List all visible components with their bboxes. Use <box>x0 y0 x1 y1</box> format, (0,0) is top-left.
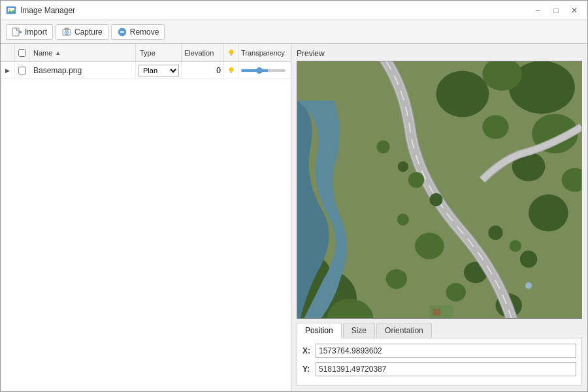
th-type-label: Type <box>140 49 155 57</box>
y-field-row: Y: <box>302 362 576 376</box>
svg-point-41 <box>520 251 537 268</box>
aerial-map-svg <box>297 61 581 318</box>
svg-point-24 <box>529 195 568 232</box>
svg-point-38 <box>397 214 409 225</box>
x-field-row: X: <box>302 344 576 358</box>
tab-size[interactable]: Size <box>343 323 375 338</box>
th-name: Name ▲ <box>29 44 136 61</box>
remove-icon <box>117 27 127 37</box>
row-checkbox-cell <box>15 62 29 78</box>
svg-point-14 <box>229 67 233 72</box>
content-area: Name ▲ Type Elevation Trans <box>1 44 587 391</box>
row-type: Plan Elevation Section <box>136 62 182 78</box>
svg-point-20 <box>436 71 489 117</box>
th-transparency: Transparency <box>238 44 291 61</box>
bulb-header-icon <box>227 48 236 57</box>
svg-rect-6 <box>65 28 69 30</box>
svg-point-37 <box>429 193 442 206</box>
svg-point-31 <box>446 283 466 301</box>
transparency-slider[interactable] <box>241 69 286 72</box>
y-label: Y: <box>302 365 316 374</box>
tabs-header: Position Size Orientation <box>297 323 582 338</box>
tabs-section: Position Size Orientation X: Y: <box>297 323 582 386</box>
import-icon <box>12 27 22 37</box>
row-type-select[interactable]: Plan Elevation Section <box>139 65 179 76</box>
title-bar-left: Image Manager <box>6 5 75 16</box>
svg-rect-35 <box>433 309 440 316</box>
title-bar: Image Manager – □ ✕ <box>1 1 587 20</box>
table-body: ▶ Basemap.png Plan Elevation Section 0 <box>1 62 291 391</box>
header-checkbox[interactable] <box>18 49 26 57</box>
preview-label: Preview <box>297 49 582 58</box>
tab-position[interactable]: Position <box>297 323 342 338</box>
row-expand[interactable]: ▶ <box>1 62 15 78</box>
svg-point-44 <box>525 282 532 289</box>
x-input[interactable] <box>316 344 576 358</box>
svg-rect-3 <box>12 28 19 36</box>
title-bar-controls: – □ ✕ <box>530 4 582 17</box>
left-panel: Name ▲ Type Elevation Trans <box>1 44 291 391</box>
toolbar: Import Capture Remove <box>1 20 587 44</box>
maximize-button[interactable]: □ <box>548 4 564 17</box>
row-bulb <box>224 62 238 78</box>
th-elevation: Elevation <box>182 44 224 61</box>
close-button[interactable]: ✕ <box>566 4 582 17</box>
import-label: Import <box>25 27 47 37</box>
y-input[interactable] <box>316 362 576 376</box>
row-checkbox[interactable] <box>18 67 26 74</box>
svg-point-43 <box>398 161 408 172</box>
row-elevation: 0 <box>182 62 224 78</box>
remove-label: Remove <box>130 27 159 37</box>
app-icon <box>6 5 16 16</box>
th-checkbox <box>15 44 29 61</box>
svg-point-36 <box>408 172 424 188</box>
minimize-button[interactable]: – <box>530 4 546 17</box>
svg-point-33 <box>386 269 407 289</box>
main-window: Image Manager – □ ✕ Import <box>0 0 588 392</box>
svg-point-42 <box>376 140 389 154</box>
svg-point-11 <box>229 50 233 54</box>
th-name-label: Name <box>33 49 52 57</box>
capture-label: Capture <box>74 27 103 37</box>
tab-content-position: X: Y: <box>297 338 582 386</box>
tab-orientation[interactable]: Orientation <box>376 323 432 338</box>
svg-point-29 <box>415 233 444 259</box>
capture-button[interactable]: Capture <box>56 24 108 40</box>
table-header: Name ▲ Type Elevation Trans <box>1 44 291 62</box>
remove-button[interactable]: Remove <box>111 24 165 40</box>
capture-icon <box>61 27 72 37</box>
th-type: Type <box>136 44 182 61</box>
window-title: Image Manager <box>20 6 75 15</box>
th-expand <box>1 44 15 61</box>
x-label: X: <box>302 346 316 355</box>
bulb-row-icon <box>227 66 236 75</box>
table-row: ▶ Basemap.png Plan Elevation Section 0 <box>1 62 291 79</box>
right-panel: Preview <box>291 44 587 391</box>
preview-image <box>297 61 582 319</box>
svg-point-23 <box>482 115 508 139</box>
th-bulb <box>224 44 238 61</box>
th-elevation-label: Elevation <box>184 49 214 57</box>
sort-arrow-icon: ▲ <box>55 50 61 56</box>
svg-point-40 <box>510 240 521 252</box>
svg-point-8 <box>66 32 67 33</box>
svg-point-2 <box>9 8 10 10</box>
th-transparency-label: Transparency <box>241 49 285 57</box>
row-transparency <box>238 62 291 78</box>
import-button[interactable]: Import <box>6 24 53 40</box>
svg-point-39 <box>488 225 502 240</box>
row-name: Basemap.png <box>29 62 136 78</box>
